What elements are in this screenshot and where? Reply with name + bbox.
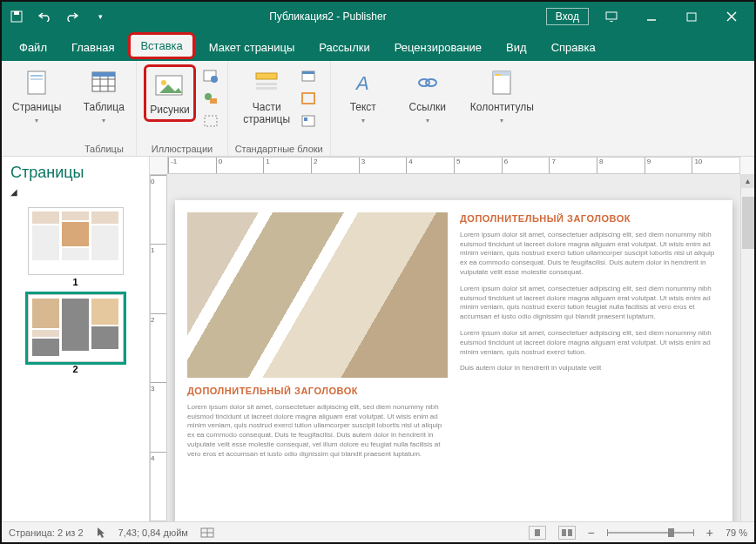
thumb-1-number: 1 [2, 277, 149, 287]
svg-rect-40 [535, 529, 540, 536]
table-button[interactable]: Таблица ▾ [78, 64, 129, 128]
vertical-scrollbar[interactable]: ▴ [740, 174, 754, 521]
svg-rect-21 [210, 98, 217, 104]
status-bar: Страница: 2 из 2 7,43; 0,84 дюйм − + 79 … [2, 521, 754, 542]
links-button[interactable]: Ссылки ▾ [402, 64, 453, 128]
tab-insert[interactable]: Вставка [128, 32, 194, 59]
online-pictures-icon[interactable] [201, 66, 220, 85]
pages-button[interactable]: Страницы ▾ [9, 64, 64, 128]
svg-text:A: A [354, 72, 369, 94]
text-label: Текст [350, 101, 376, 113]
library-image [187, 212, 448, 378]
page-icon [21, 68, 52, 97]
work-area: Страницы ◢ 1 2 -1012345678910 01234 [2, 157, 754, 521]
svg-rect-24 [256, 83, 277, 85]
window-title: Публикация2 - Publisher [110, 10, 546, 23]
page-panel: Страницы ◢ 1 2 [2, 157, 150, 521]
view-single-icon[interactable] [529, 526, 546, 540]
page-thumbnail-2[interactable] [28, 294, 124, 362]
page-panel-title: Страницы [2, 157, 149, 185]
tab-review[interactable]: Рецензирование [382, 34, 494, 61]
pictures-icon [154, 71, 186, 100]
horizontal-ruler[interactable]: -1012345678910 [167, 157, 740, 174]
svg-rect-42 [568, 529, 572, 536]
scroll-up-icon[interactable]: ▴ [741, 174, 754, 188]
borders-icon[interactable] [299, 89, 318, 108]
page-parts-button[interactable]: Части страницы [240, 64, 294, 129]
zoom-level[interactable]: 79 % [726, 527, 747, 538]
svg-rect-30 [304, 118, 307, 121]
links-icon [412, 68, 443, 97]
zoom-out-button[interactable]: − [588, 526, 595, 540]
minimize-icon[interactable] [634, 3, 669, 30]
collapse-icon[interactable]: ◢ [2, 185, 149, 202]
svg-rect-28 [302, 93, 314, 104]
svg-rect-8 [30, 75, 43, 77]
body-text: Lorem ipsum dolor sit amet, consectetuer… [187, 403, 448, 460]
view-spread-icon[interactable] [558, 526, 576, 540]
links-label: Ссылки [409, 101, 446, 113]
svg-rect-22 [205, 116, 217, 126]
page-parts-label: Части страницы [243, 101, 290, 125]
page-thumbnail-1[interactable] [28, 207, 124, 275]
page-parts-icon [251, 68, 282, 97]
text-button[interactable]: A Текст ▾ [338, 64, 388, 128]
shapes-icon[interactable] [201, 89, 220, 108]
ribbon-options-icon[interactable] [594, 3, 629, 30]
svg-rect-15 [92, 72, 115, 77]
svg-rect-25 [256, 87, 277, 90]
tab-layout[interactable]: Макет страницы [197, 34, 307, 61]
qat-customize-icon[interactable]: ▾ [91, 7, 110, 26]
tab-help[interactable]: Справка [539, 34, 608, 61]
redo-icon[interactable] [63, 7, 82, 26]
zoom-in-button[interactable]: + [706, 526, 713, 540]
undo-icon[interactable] [35, 7, 54, 26]
signin-button[interactable]: Вход [546, 8, 589, 25]
svg-rect-27 [302, 71, 314, 74]
status-page: Страница: 2 из 2 [9, 527, 84, 538]
zoom-slider[interactable] [607, 532, 694, 534]
cursor-icon [96, 527, 106, 539]
svg-point-19 [211, 76, 218, 83]
group-tables-label: Таблицы [84, 144, 124, 154]
headers-button[interactable]: Колонтитулы ▾ [467, 64, 537, 128]
tab-mailings[interactable]: Рассылки [307, 34, 381, 61]
status-coord: 7,43; 0,84 дюйм [118, 527, 188, 538]
publication-page[interactable]: ДОПОЛНИТЕЛЬНЫЙ ЗАГОЛОВОК Lorem ipsum dol… [175, 200, 732, 521]
heading-left: ДОПОЛНИТЕЛЬНЫЙ ЗАГОЛОВОК [187, 385, 448, 398]
svg-point-33 [426, 79, 436, 86]
save-icon[interactable] [7, 7, 26, 26]
scroll-thumb[interactable] [742, 197, 754, 249]
table-label: Таблица [84, 101, 125, 113]
ads-icon[interactable] [299, 111, 318, 131]
text-icon: A [348, 68, 379, 97]
tab-home[interactable]: Главная [59, 34, 126, 61]
quick-access-toolbar: ▾ [7, 7, 110, 26]
placeholder-icon[interactable] [201, 111, 220, 131]
group-blocks-label: Стандартные блоки [235, 144, 323, 154]
pictures-button[interactable]: Рисунки [144, 64, 195, 122]
tab-file[interactable]: Файл [7, 34, 59, 61]
body-text: Lorem ipsum dolor sit amet, consectetuer… [460, 329, 720, 357]
thumb-2-number: 2 [2, 364, 149, 374]
svg-rect-41 [562, 529, 566, 536]
headers-icon [486, 68, 517, 97]
ribbon: Страницы ▾ Таблица ▾ Таблицы Рисунки Илл… [2, 61, 754, 157]
title-bar: ▾ Публикация2 - Publisher Вход [2, 2, 754, 31]
body-text: Lorem ipsum dolor sit amet, consectetuer… [460, 231, 720, 278]
calendars-icon[interactable] [299, 66, 318, 85]
svg-rect-1 [14, 11, 19, 15]
group-illustrations-label: Иллюстрации [152, 144, 213, 154]
maximize-icon[interactable] [674, 3, 709, 30]
canvas-area: -1012345678910 01234 ДОПОЛНИТЕЛЬНЫЙ ЗАГО… [150, 157, 754, 521]
vertical-ruler[interactable]: 01234 [150, 174, 167, 521]
ribbon-tabs: Файл Главная Вставка Макет страницы Расс… [2, 31, 754, 61]
svg-point-17 [161, 80, 166, 85]
svg-rect-4 [687, 13, 696, 21]
heading-right: ДОПОЛНИТЕЛЬНЫЙ ЗАГОЛОВОК [460, 212, 720, 225]
close-icon[interactable] [714, 3, 749, 30]
svg-rect-9 [30, 78, 43, 80]
tab-view[interactable]: Вид [494, 34, 539, 61]
canvas[interactable]: ДОПОЛНИТЕЛЬНЫЙ ЗАГОЛОВОК Lorem ipsum dol… [167, 174, 740, 521]
table-icon [88, 68, 119, 97]
